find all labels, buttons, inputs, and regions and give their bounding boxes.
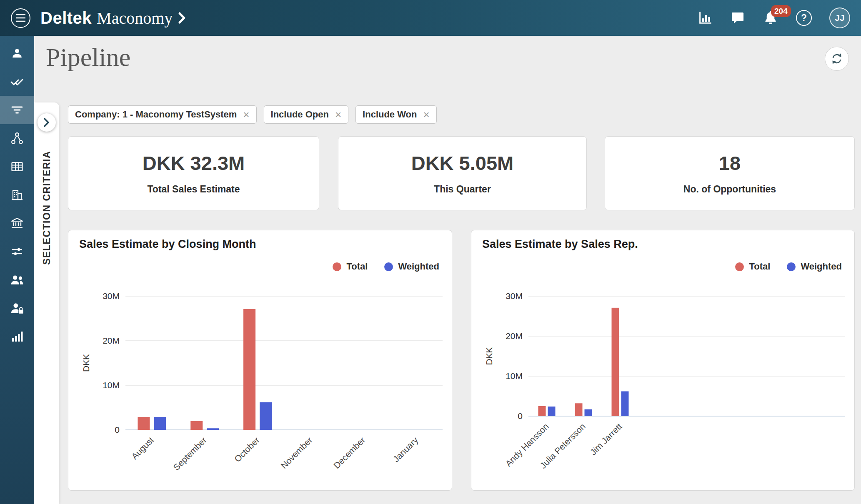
- closing-month-chart: DKK010M20M30MAugustSeptemberOctoberNovem…: [73, 276, 448, 487]
- svg-text:January: January: [391, 435, 420, 464]
- brand-chevron-icon: [178, 11, 187, 25]
- legend-item-weighted[interactable]: Weighted: [787, 261, 842, 272]
- chip-close-icon[interactable]: ×: [243, 109, 249, 120]
- kpi-card-total-sales-estimate: DKK 32.3M Total Sales Estimate: [68, 136, 319, 210]
- filter-chip-label: Include Open: [271, 109, 329, 120]
- svg-text:October: October: [233, 435, 261, 464]
- chart-title: Sales Estimate by Sales Rep.: [482, 238, 638, 251]
- sidebar-item-bank[interactable]: [0, 209, 34, 237]
- chart-title: Sales Estimate by Closing Month: [79, 238, 256, 251]
- sidebar-item-tasks[interactable]: [0, 67, 34, 96]
- legend-label: Total: [749, 261, 770, 272]
- bar-chart-icon: [10, 330, 24, 343]
- svg-text:30M: 30M: [506, 291, 523, 301]
- avatar-initials: JJ: [835, 13, 844, 23]
- notification-badge: 204: [771, 5, 791, 17]
- svg-text:Jim Jarrett: Jim Jarrett: [588, 421, 624, 457]
- chart-card-closing-month: Sales Estimate by Closing Month Total We…: [68, 230, 452, 491]
- legend-label: Weighted: [398, 261, 439, 272]
- topbar-actions: 204 ? JJ: [698, 7, 850, 28]
- kpi-card-this-quarter: DKK 5.05M This Quarter: [338, 136, 587, 210]
- svg-text:0: 0: [115, 425, 120, 434]
- filter-chip-include-won[interactable]: Include Won ×: [355, 105, 437, 124]
- legend-item-total[interactable]: Total: [333, 261, 368, 272]
- sidebar-item-reports[interactable]: [0, 322, 34, 351]
- menu-button[interactable]: [11, 8, 30, 28]
- svg-text:30M: 30M: [103, 291, 120, 301]
- tune-icon: [10, 245, 24, 258]
- refresh-icon: [830, 52, 843, 65]
- legend-label: Weighted: [801, 261, 842, 272]
- svg-text:DKK: DKK: [484, 347, 494, 365]
- legend-dot-weighted: [787, 262, 796, 271]
- top-app-bar: Deltek Maconomy 204: [0, 0, 861, 36]
- double-check-icon: [10, 75, 24, 88]
- svg-text:September: September: [171, 435, 208, 472]
- hamburger-icon: [15, 13, 26, 22]
- svg-text:DKK: DKK: [81, 354, 91, 372]
- page-title: Pipeline: [46, 42, 130, 72]
- chart-legend: Total Weighted: [333, 261, 439, 272]
- kpi-label: Total Sales Estimate: [148, 184, 240, 195]
- chat-icon: [730, 10, 745, 25]
- analytics-icon: [698, 10, 713, 25]
- kpi-value: DKK 32.3M: [143, 152, 245, 175]
- kpi-value: DKK 5.05M: [411, 152, 514, 175]
- chip-close-icon[interactable]: ×: [335, 109, 341, 120]
- legend-dot-total: [735, 262, 744, 271]
- filter-chip-include-open[interactable]: Include Open ×: [264, 105, 349, 124]
- brand-deltek: Deltek: [40, 9, 92, 27]
- kpi-label: No. of Opportunities: [683, 184, 776, 195]
- filter-chip-company[interactable]: Company: 1 - Maconomy TestSystem ×: [68, 105, 257, 124]
- svg-text:10M: 10M: [506, 371, 523, 381]
- user-lock-icon: [10, 301, 24, 315]
- building-icon: [10, 188, 24, 202]
- user-avatar[interactable]: JJ: [829, 7, 850, 28]
- kpi-label: This Quarter: [434, 184, 491, 195]
- bank-icon: [10, 217, 24, 230]
- brand[interactable]: Deltek Maconomy: [40, 8, 187, 28]
- sidebar-item-people[interactable]: [0, 266, 34, 294]
- sidebar-item-filter[interactable]: [0, 96, 34, 124]
- main-content: Pipeline SELECTION CRITERIA Company: 1 -…: [34, 36, 861, 504]
- sidebar-item-company[interactable]: [0, 181, 34, 209]
- expand-selection-criteria-button[interactable]: [38, 113, 56, 132]
- chart-legend: Total Weighted: [735, 261, 842, 272]
- svg-text:0: 0: [518, 411, 523, 421]
- svg-text:August: August: [130, 435, 156, 461]
- help-icon: ?: [796, 10, 812, 26]
- refresh-button[interactable]: [825, 47, 849, 71]
- legend-dot-weighted: [384, 262, 393, 271]
- chart-card-sales-rep: Sales Estimate by Sales Rep. Total Weigh…: [471, 230, 855, 491]
- chip-close-icon[interactable]: ×: [423, 109, 429, 120]
- sidebar-item-settings[interactable]: [0, 237, 34, 266]
- legend-item-total[interactable]: Total: [735, 261, 770, 272]
- hierarchy-icon: [10, 132, 24, 145]
- filter-chip-row: Company: 1 - Maconomy TestSystem × Inclu…: [68, 105, 437, 124]
- help-button[interactable]: ?: [796, 10, 812, 26]
- app-sidebar: [0, 36, 34, 504]
- sidebar-item-table[interactable]: [0, 152, 34, 181]
- sidebar-item-hierarchy[interactable]: [0, 124, 34, 152]
- kpi-value: 18: [719, 152, 741, 175]
- legend-item-weighted[interactable]: Weighted: [384, 261, 439, 272]
- selection-criteria-label: SELECTION CRITERIA: [41, 151, 53, 265]
- chevron-right-icon: [43, 117, 51, 127]
- user-icon: [11, 47, 23, 60]
- notifications-button[interactable]: 204: [763, 10, 778, 26]
- brand-maconomy: Maconomy: [97, 8, 173, 28]
- legend-dot-total: [333, 262, 341, 271]
- filter-chip-label: Company: 1 - Maconomy TestSystem: [75, 109, 237, 120]
- svg-text:20M: 20M: [103, 336, 120, 345]
- svg-text:20M: 20M: [506, 331, 523, 341]
- filter-icon: [10, 103, 24, 117]
- svg-text:November: November: [279, 435, 314, 471]
- svg-text:December: December: [332, 435, 367, 471]
- analytics-button[interactable]: [698, 10, 713, 25]
- messages-button[interactable]: [730, 10, 745, 25]
- sidebar-item-access[interactable]: [0, 294, 34, 322]
- kpi-card-no-of-opportunities: 18 No. of Opportunities: [605, 136, 855, 210]
- filter-chip-label: Include Won: [363, 109, 417, 120]
- sales-rep-chart: DKK010M20M30MAndy HanssonJulia Petersson…: [476, 276, 850, 487]
- sidebar-item-user[interactable]: [0, 39, 34, 67]
